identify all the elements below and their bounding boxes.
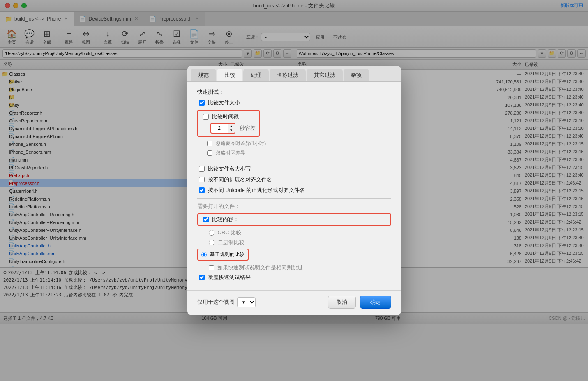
compare-content-row: 比较内容： <box>201 216 387 223</box>
ok-button[interactable]: 确定 <box>360 296 391 309</box>
compare-size-checkbox[interactable] <box>199 100 205 106</box>
compare-settings-dialog: 规范 比较 处理 名称过滤 其它过滤 杂项 快速测试： 比较文件大小 比较时间戳 <box>187 66 401 315</box>
skip-same-checkbox[interactable] <box>209 265 214 270</box>
time-input-group: ▲ ▼ <box>210 123 235 134</box>
time-increment-button[interactable]: ▲ <box>228 124 235 128</box>
align-ext-label: 按不同的扩展名对齐文件名 <box>208 176 272 183</box>
dialog-tab-spec[interactable]: 规范 <box>191 69 216 81</box>
scope-label: 仅用于这个视图 <box>197 298 235 306</box>
align-ext-row: 按不同的扩展名对齐文件名 <box>197 176 391 183</box>
time-stepper: ▲ ▼ <box>228 124 235 133</box>
quick-test-label: 快速测试： <box>197 88 391 96</box>
divider-1 <box>197 161 391 161</box>
cover-quick-checkbox[interactable] <box>199 275 205 280</box>
compare-case-label: 比较文件名大小写 <box>208 165 251 173</box>
rules-radio[interactable] <box>201 252 207 257</box>
dialog-tab-process[interactable]: 处理 <box>243 69 269 81</box>
modal-overlay: 规范 比较 处理 名称过滤 其它过滤 杂项 快速测试： 比较文件大小 比较时间戳 <box>0 0 588 381</box>
compare-size-row: 比较文件大小 <box>197 99 391 106</box>
scope-select[interactable]: ▾ <box>237 297 256 307</box>
crc-radio[interactable] <box>209 230 214 236</box>
crc-label: CRC 比较 <box>218 229 242 236</box>
dialog-footer-right: 取消 确定 <box>328 296 391 309</box>
compare-content-checkbox[interactable] <box>203 217 209 222</box>
ignore-tz-label: 忽略时区差异 <box>216 150 245 157</box>
align-unicode-label: 按不同 Unicode 的正规化形式对齐文件名 <box>208 187 305 194</box>
compare-content-label: 比较内容： <box>212 216 239 223</box>
binary-label: 二进制比较 <box>218 239 244 246</box>
ignore-dst-row: 忽略夏令时差异(1小时) <box>197 140 391 147</box>
align-ext-checkbox[interactable] <box>199 177 205 182</box>
binary-radio[interactable] <box>209 240 214 245</box>
align-unicode-row: 按不同 Unicode 的正规化形式对齐文件名 <box>197 187 391 194</box>
ignore-dst-label: 忽略夏令时差异(1小时) <box>216 140 266 147</box>
time-compare-box: 比较时间戳 ▲ ▼ 秒容差 <box>197 110 260 137</box>
cover-quick-label: 覆盖快速测试结果 <box>208 274 251 281</box>
dialog-footer-left: 仅用于这个视图 ▾ <box>197 297 256 307</box>
compare-case-checkbox[interactable] <box>199 166 205 172</box>
time-decrement-button[interactable]: ▼ <box>228 128 235 133</box>
compare-time-label: 比较时间戳 <box>212 113 239 120</box>
align-unicode-checkbox[interactable] <box>199 187 205 193</box>
compare-time-checkbox[interactable] <box>203 114 209 120</box>
open-files-label: 需要打开的文件： <box>197 203 391 210</box>
dialog-tab-compare[interactable]: 比较 <box>217 69 242 81</box>
divider-2 <box>197 198 391 199</box>
rules-label: 基于规则的比较 <box>210 251 244 258</box>
compare-time-row: 比较时间戳 <box>201 113 256 120</box>
compare-case-row: 比较文件名大小写 <box>197 165 391 173</box>
skip-same-row: 如果快速测试说明文件是相同则跳过 <box>197 264 391 271</box>
binary-row: 二进制比较 <box>197 239 391 246</box>
compare-content-box: 比较内容： <box>197 213 391 226</box>
dialog-tab-bar: 规范 比较 处理 名称过滤 其它过滤 杂项 <box>187 66 401 82</box>
cover-quick-row: 覆盖快速测试结果 <box>197 274 391 281</box>
ignore-dst-checkbox[interactable] <box>207 141 212 146</box>
ignore-tz-checkbox[interactable] <box>207 150 212 156</box>
ignore-tz-row: 忽略时区差异 <box>197 150 391 157</box>
time-input-row: ▲ ▼ 秒容差 <box>201 123 256 134</box>
cancel-button[interactable]: 取消 <box>328 296 356 309</box>
time-value-input[interactable] <box>211 124 228 133</box>
dialog-tab-misc[interactable]: 杂项 <box>344 69 369 81</box>
dialog-footer: 仅用于这个视图 ▾ 取消 确定 <box>187 290 401 315</box>
dialog-tab-other-filter[interactable]: 其它过滤 <box>307 69 343 81</box>
compare-size-label: 比较文件大小 <box>208 99 240 106</box>
skip-same-label: 如果快速测试说明文件是相同则跳过 <box>217 264 303 271</box>
dialog-tab-name-filter[interactable]: 名称过滤 <box>270 69 306 81</box>
rules-compare-box: 基于规则的比较 <box>197 249 249 261</box>
time-unit-label: 秒容差 <box>240 125 256 132</box>
crc-row: CRC 比较 <box>197 229 391 236</box>
dialog-content: 快速测试： 比较文件大小 比较时间戳 ▲ ▼ <box>187 82 401 290</box>
